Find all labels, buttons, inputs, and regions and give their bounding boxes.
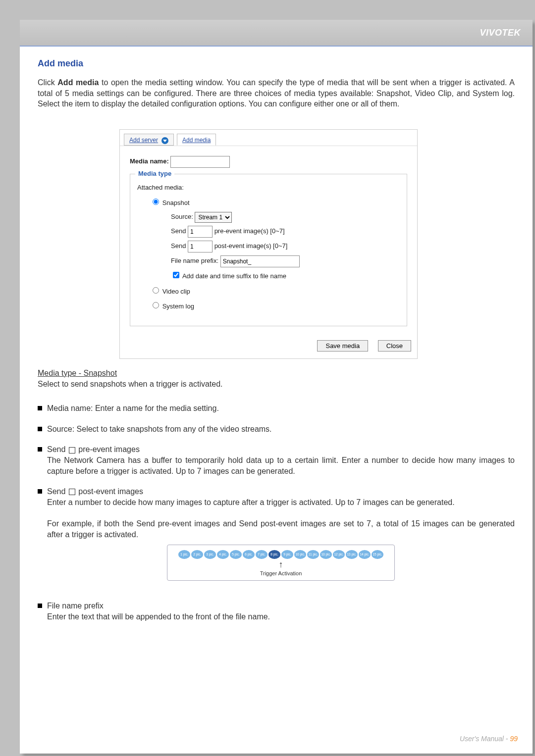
snapshot-radio[interactable] <box>153 199 159 205</box>
bullet-fname-head: File name prefix <box>47 601 515 611</box>
videoclip-radio[interactable] <box>153 287 159 294</box>
bullet-fname-body: Enter the text that will be appended to … <box>47 611 515 622</box>
send-post-suffix: post-event image(s) [0~7] <box>214 243 288 250</box>
bullet-icon <box>38 406 42 410</box>
snapshot-radio-label: Snapshot <box>162 199 190 206</box>
intro-prefix: Click <box>38 78 57 87</box>
datetime-suffix-label: Add date and time suffix to file name <box>182 272 286 280</box>
pic-bubble: 14 pic. <box>359 550 371 559</box>
snapshot-subtext: Select to send snapshots when a trigger … <box>38 379 515 390</box>
bullet-post-head: Send post-event images <box>47 486 515 497</box>
pic-bubble: 15 pic. <box>372 550 383 559</box>
pic-bubble: 8 pic. <box>268 550 280 559</box>
close-button[interactable]: Close <box>378 340 411 352</box>
media-settings-window: Add server Add media Media name: Media t… <box>119 129 418 359</box>
save-media-button[interactable]: Save media <box>317 340 368 352</box>
header-band: VIVOTEK <box>20 20 533 47</box>
trigger-activation-label: Trigger Activation <box>174 570 387 577</box>
dropdown-arrow-icon <box>161 137 168 144</box>
bullet-icon <box>38 489 42 494</box>
pic-bubble: 1 pic. <box>178 550 190 559</box>
snapshot-subhead: Media type - Snapshot <box>38 368 515 379</box>
pic-bubble: 13 pic. <box>346 550 358 559</box>
pic-bubble: 11 pic. <box>307 550 319 559</box>
pre-head-a: Send <box>47 445 68 454</box>
page-footer: User's Manual - 99 <box>460 735 518 743</box>
bullet-post-body2: For example, if both the Send pre-event … <box>47 518 515 540</box>
blank-box-icon <box>69 489 75 495</box>
syslog-radio[interactable] <box>153 302 159 308</box>
pic-bubble: 6 pic. <box>243 550 255 559</box>
bullet-pre-body: The Network Camera has a buffer to tempo… <box>47 455 515 476</box>
post-head-a: Send <box>47 487 68 496</box>
media-type-fieldset: Media type Attached media: Snapshot Sour… <box>130 174 407 326</box>
send-pre-suffix: pre-event image(s) [0~7] <box>214 228 285 235</box>
send-pre-label: Send <box>171 228 186 235</box>
send-post-label: Send <box>171 243 186 250</box>
media-name-input[interactable] <box>170 156 230 168</box>
footer-text: User's Manual - <box>460 735 510 743</box>
media-type-legend: Media type <box>135 169 174 178</box>
intro-paragraph: Click Add media to open the media settin… <box>38 77 515 109</box>
up-arrow-icon: ↑ <box>174 560 387 569</box>
source-label: Source: <box>171 213 193 221</box>
send-post-input[interactable] <box>188 241 213 252</box>
add-media-link[interactable]: Add media <box>182 137 211 144</box>
bullet-pre-head: Send pre-event images <box>47 444 515 455</box>
intro-suffix: to open the media setting window. You ca… <box>38 78 515 108</box>
pre-head-b: pre-event images <box>76 445 140 454</box>
bullet-icon <box>38 604 42 608</box>
pic-bubble: 3 pic. <box>204 550 216 559</box>
filename-prefix-label: File name prefix: <box>171 257 218 265</box>
filename-prefix-input[interactable] <box>220 255 300 267</box>
post-head-b: post-event images <box>76 487 143 496</box>
pic-bubble: 10 pic. <box>320 550 332 559</box>
blank-box-icon <box>69 447 75 454</box>
send-pre-input[interactable] <box>188 226 213 238</box>
add-media-tab[interactable]: Add media <box>177 134 216 146</box>
add-server-tab[interactable]: Add server <box>124 134 174 146</box>
bullet-post-body1: Enter a number to decide how many images… <box>47 497 515 508</box>
add-server-link[interactable]: Add server <box>129 137 158 144</box>
bullet-source: Source: Select to take snapshots from an… <box>47 424 515 435</box>
pic-bubble: 2 pic. <box>191 550 203 559</box>
footer-page-number: 99 <box>510 735 518 743</box>
pic-bubble: 9 pic. <box>281 550 293 559</box>
bullet-media-name: Media name: Enter a name for the media s… <box>47 403 515 414</box>
pic-bubble: 12 pic. <box>333 550 345 559</box>
attached-media-label: Attached media: <box>137 183 400 192</box>
pic-bubble: 7 pic. <box>256 550 268 559</box>
section-title: Add media <box>38 57 515 69</box>
source-select[interactable]: Stream 1 <box>195 212 232 223</box>
videoclip-radio-label: Video clip <box>162 288 190 295</box>
datetime-suffix-checkbox[interactable] <box>173 272 179 278</box>
pic-bubble: 10 pic. <box>294 550 306 559</box>
brand-logo: VIVOTEK <box>480 28 521 38</box>
intro-bold: Add media <box>57 78 99 87</box>
syslog-radio-label: System log <box>162 302 194 310</box>
bullet-icon <box>38 427 42 431</box>
pic-bubble: 5 pic. <box>230 550 242 559</box>
bullet-icon <box>38 447 42 452</box>
media-name-label: Media name: <box>130 158 169 165</box>
trigger-diagram: 1 pic.2 pic.3 pic.4 pic.5 pic.6 pic.7 pi… <box>167 545 395 581</box>
pic-bubble: 4 pic. <box>217 550 229 559</box>
